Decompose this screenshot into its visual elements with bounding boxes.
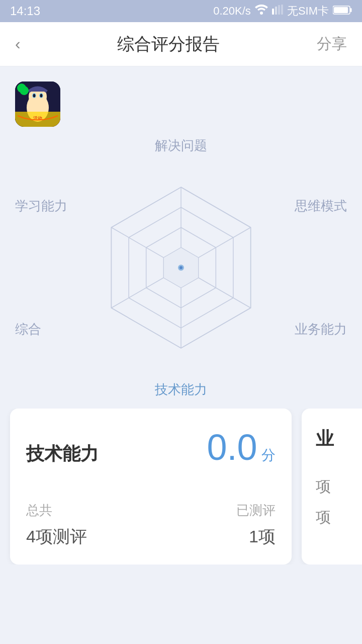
- svg-point-13: [33, 94, 36, 98]
- status-time: 14:13: [10, 4, 40, 18]
- page-title: 综合评分报告: [117, 33, 220, 56]
- status-speed: 0.20K/s: [213, 5, 251, 18]
- radar-label-bottom[interactable]: 技术能力: [155, 381, 207, 398]
- radar-label-top-left: 学习能力: [15, 197, 67, 215]
- card1-total: 总共 4项测评: [26, 502, 87, 548]
- avatar: 活动: [15, 82, 60, 127]
- card1-stats: 总共 4项测评 已测评 1项: [26, 502, 276, 548]
- svg-point-0: [260, 12, 263, 15]
- status-right: 0.20K/s 无SIM卡: [213, 4, 352, 19]
- cards-area: 技术能力 0.0 分 总共 4项测评 已测评 1项 业 项 项: [0, 409, 362, 565]
- card-title-row: 技术能力 0.0 分: [26, 427, 276, 481]
- svg-rect-2: [275, 7, 277, 15]
- card1-score-unit: 分: [261, 447, 276, 463]
- avatar-image: 活动: [15, 82, 60, 127]
- header: ‹ 综合评分报告 分享: [0, 22, 362, 66]
- wifi-icon: [255, 5, 268, 18]
- battery-icon: [333, 5, 352, 18]
- main-content: 活动 解决问题 思维模式 业务能力 技术能力 综合 学习能力: [0, 66, 362, 565]
- radar-label-top-right: 思维模式: [295, 197, 347, 215]
- svg-rect-7: [334, 7, 348, 13]
- card1-total-label: 总共: [26, 502, 87, 519]
- svg-rect-3: [278, 5, 280, 15]
- card2-item1: 项: [316, 476, 362, 497]
- svg-rect-6: [350, 8, 352, 12]
- avatar-area: 活动: [0, 76, 362, 127]
- radar-label-bottom-left: 综合: [15, 320, 41, 338]
- card1-evaluated-value: 1项: [236, 525, 276, 548]
- radar-svg: [75, 162, 287, 373]
- share-button[interactable]: 分享: [317, 34, 347, 54]
- card1-evaluated-label: 已测评: [236, 502, 276, 519]
- svg-point-14: [40, 94, 43, 98]
- card1-total-value: 4项测评: [26, 525, 87, 548]
- radar-label-bottom-right: 业务能力: [295, 320, 347, 338]
- card-business-partial: 业 项 项: [302, 409, 362, 565]
- card2-item2: 项: [316, 507, 362, 528]
- svg-rect-1: [272, 9, 274, 15]
- signal-icon: [272, 5, 283, 18]
- card-technical: 技术能力 0.0 分 总共 4项测评 已测评 1项: [10, 409, 292, 565]
- svg-point-31: [179, 266, 183, 269]
- status-bar: 14:13 0.20K/s 无SIM卡: [0, 0, 362, 22]
- status-nosim: 无SIM卡: [287, 4, 329, 19]
- card1-title: 技术能力: [26, 442, 99, 466]
- radar-label-top: 解决问题: [155, 137, 207, 154]
- back-button[interactable]: ‹: [15, 35, 21, 53]
- svg-rect-4: [281, 5, 283, 15]
- avatar-badge: [17, 84, 26, 93]
- card1-score: 0.0: [207, 427, 257, 467]
- card1-evaluated: 已测评 1项: [236, 502, 276, 548]
- card2-title: 业: [316, 427, 362, 451]
- card1-score-area: 0.0 分: [207, 427, 276, 468]
- radar-chart-area: 解决问题 思维模式 业务能力 技术能力 综合 学习能力: [0, 127, 362, 409]
